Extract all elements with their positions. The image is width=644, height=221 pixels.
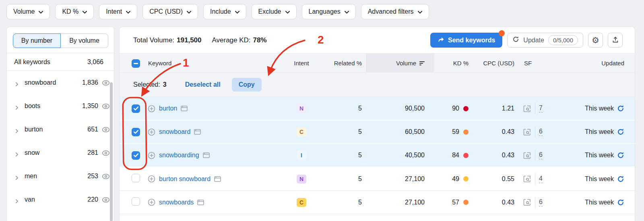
related-percent-value: 5 <box>318 128 366 136</box>
serp-preview-icon[interactable] <box>523 152 531 159</box>
row-checkbox[interactable] <box>132 174 140 182</box>
serp-window-icon[interactable] <box>181 106 188 111</box>
row-checkbox[interactable] <box>132 151 140 160</box>
sidebar-group-snow[interactable]: snow281 <box>7 141 114 165</box>
filter-exclude[interactable]: Exclude <box>252 4 297 19</box>
export-button[interactable] <box>608 33 623 48</box>
chevron-down-icon <box>39 8 43 15</box>
refresh-keyword-icon[interactable] <box>617 175 624 183</box>
column-header-updated[interactable]: Updated <box>565 60 624 67</box>
filter-advanced-filters[interactable]: Advanced filters <box>361 4 429 19</box>
serp-preview-icon[interactable] <box>523 105 531 112</box>
filter-languages[interactable]: Languages <box>302 4 356 19</box>
filter-cpc-usd-[interactable]: CPC (USD) <box>142 4 198 19</box>
keyword-link[interactable]: burton <box>159 105 177 112</box>
send-keywords-button[interactable]: Send keywords <box>430 33 502 48</box>
intent-badge[interactable]: C <box>297 198 306 207</box>
tab-by-number[interactable]: By number <box>13 33 61 48</box>
group-label: men <box>25 173 87 180</box>
eye-icon[interactable] <box>102 197 110 203</box>
kd-value: 84 <box>452 152 459 159</box>
cpc-value: 0.43 <box>481 128 521 136</box>
sidebar-group-van[interactable]: van220 <box>7 188 114 211</box>
eye-icon[interactable] <box>102 103 110 109</box>
tab-by-volume[interactable]: By volume <box>61 33 108 48</box>
eye-icon[interactable] <box>102 80 110 86</box>
volume-value: 27,100 <box>366 175 434 183</box>
intent-badge[interactable]: N <box>297 175 306 183</box>
chevron-right-icon[interactable] <box>15 81 19 85</box>
sf-count[interactable]: 4 <box>539 175 543 183</box>
refresh-keyword-icon[interactable] <box>617 199 624 206</box>
add-keyword-icon[interactable] <box>148 198 155 206</box>
sf-count[interactable]: 6 <box>539 128 543 136</box>
refresh-keyword-icon[interactable] <box>617 105 624 112</box>
filter-bar: VolumeKD %IntentCPC (USD)IncludeExcludeL… <box>6 4 429 19</box>
cpc-value: 0.43 <box>481 199 521 206</box>
group-label: boots <box>25 102 82 110</box>
filter-intent[interactable]: Intent <box>99 4 137 19</box>
eye-icon[interactable] <box>102 150 110 156</box>
eye-icon[interactable] <box>102 173 110 179</box>
intent-badge[interactable]: I <box>297 151 306 160</box>
sidebar-group-boots[interactable]: boots1,350 <box>7 94 114 118</box>
filter-include[interactable]: Include <box>203 4 246 19</box>
sf-count[interactable]: 7 <box>539 104 543 113</box>
select-all-checkbox[interactable] <box>132 59 140 68</box>
serp-window-icon[interactable] <box>194 129 201 135</box>
keyword-link[interactable]: snowboarding <box>159 152 199 159</box>
volume-value: 60,500 <box>366 128 434 136</box>
column-header-kd[interactable]: KD % <box>434 60 481 67</box>
intent-badge[interactable]: C <box>297 127 306 136</box>
intent-badge[interactable]: N <box>297 104 306 113</box>
column-header-related[interactable]: Related % <box>318 60 366 67</box>
chevron-right-icon[interactable] <box>15 174 19 178</box>
filter-kd-[interactable]: KD % <box>55 4 94 19</box>
filter-label: Advanced filters <box>368 8 414 15</box>
row-checkbox[interactable] <box>132 128 140 136</box>
updated-value: This week <box>585 105 614 112</box>
copy-button[interactable]: Copy <box>232 78 262 92</box>
refresh-keyword-icon[interactable] <box>617 152 624 159</box>
table-settings-button[interactable]: ⚙ <box>588 33 603 48</box>
chevron-right-icon[interactable] <box>15 198 19 202</box>
row-checkbox[interactable] <box>132 104 140 113</box>
add-keyword-icon[interactable] <box>148 128 155 136</box>
sidebar-group-burton[interactable]: burton651 <box>7 118 114 141</box>
sf-count[interactable]: 6 <box>539 198 543 206</box>
add-keyword-icon[interactable] <box>148 105 155 113</box>
filter-volume[interactable]: Volume <box>6 4 50 19</box>
related-percent-value: 5 <box>318 105 366 112</box>
column-header-cpc[interactable]: CPC (USD) <box>481 60 521 67</box>
keyword-link[interactable]: snowboards <box>159 199 194 206</box>
keyword-link[interactable]: burton snowboard <box>159 175 211 183</box>
serp-preview-icon[interactable] <box>523 199 531 206</box>
serp-window-icon[interactable] <box>203 152 210 158</box>
column-header-keyword[interactable]: Keyword <box>144 60 285 67</box>
refresh-keyword-icon[interactable] <box>617 128 624 136</box>
sidebar-item-all-keywords[interactable]: All keywords 3,066 <box>7 53 114 71</box>
serp-preview-icon[interactable] <box>523 129 531 136</box>
chevron-right-icon[interactable] <box>15 127 19 131</box>
volume-value: 27,100 <box>366 199 434 206</box>
sf-count[interactable]: 6 <box>539 151 543 159</box>
column-header-sf[interactable]: SF <box>521 60 565 67</box>
update-button[interactable]: Update 0/5,000 <box>507 33 583 48</box>
eye-icon[interactable] <box>102 127 110 133</box>
keyword-link[interactable]: snowboard <box>159 128 190 136</box>
serp-preview-icon[interactable] <box>523 175 531 182</box>
add-keyword-icon[interactable] <box>148 175 155 183</box>
serp-window-icon[interactable] <box>214 176 221 182</box>
row-checkbox[interactable] <box>132 197 140 206</box>
column-header-intent[interactable]: Intent <box>285 60 318 67</box>
sidebar-scrollbar[interactable] <box>110 82 113 221</box>
chevron-right-icon[interactable] <box>15 151 19 155</box>
column-header-volume[interactable]: Volume <box>366 54 434 73</box>
chevron-down-icon <box>345 8 349 15</box>
deselect-all-link[interactable]: Deselect all <box>185 81 221 88</box>
add-keyword-icon[interactable] <box>148 152 155 159</box>
chevron-right-icon[interactable] <box>15 104 19 108</box>
serp-window-icon[interactable] <box>197 200 204 205</box>
sidebar-group-snowboard[interactable]: snowboard1,836 <box>7 71 114 94</box>
sidebar-group-men[interactable]: men253 <box>7 165 114 188</box>
